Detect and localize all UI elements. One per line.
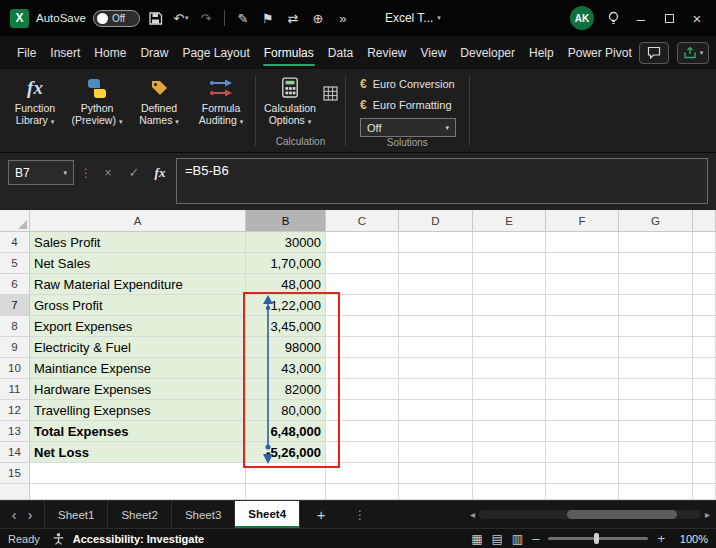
cell-F12[interactable] xyxy=(546,400,619,421)
cell-F8[interactable] xyxy=(546,316,619,337)
menu-item-file[interactable]: File xyxy=(10,36,43,69)
enter-icon[interactable]: ✓ xyxy=(124,160,144,185)
cell-G7[interactable] xyxy=(619,295,693,316)
cell-B12[interactable]: 80,000 xyxy=(246,400,326,421)
cell-E7[interactable] xyxy=(473,295,546,316)
cell-F7[interactable] xyxy=(546,295,619,316)
cell-C15[interactable] xyxy=(326,463,399,484)
row-header-14[interactable]: 14 xyxy=(0,442,30,463)
zoom-out-button[interactable]: – xyxy=(532,531,539,546)
more-commands-icon[interactable]: » xyxy=(334,6,352,30)
cell-A8[interactable]: Export Expenses xyxy=(30,316,246,337)
cell-D10[interactable] xyxy=(399,358,473,379)
menu-item-page-layout[interactable]: Page Layout xyxy=(175,36,256,69)
sheet-nav-left-icon[interactable]: ‹ xyxy=(6,507,22,523)
scroll-left-icon[interactable]: ◂ xyxy=(470,509,475,520)
cell-C4[interactable] xyxy=(326,232,399,253)
cell-G14[interactable] xyxy=(619,442,693,463)
cell-G15[interactable] xyxy=(619,463,693,484)
cell-G12[interactable] xyxy=(619,400,693,421)
name-box-resizer[interactable]: ⋮ xyxy=(80,161,92,186)
menu-item-insert[interactable]: Insert xyxy=(43,36,87,69)
cell-E12[interactable] xyxy=(473,400,546,421)
cell-D9[interactable] xyxy=(399,337,473,358)
menu-item-home[interactable]: Home xyxy=(87,36,133,69)
sheet-tab-sheet2[interactable]: Sheet2 xyxy=(108,501,171,528)
flag-icon[interactable]: ⚑ xyxy=(259,6,277,30)
cell-A5[interactable]: Net Sales xyxy=(30,253,246,274)
euro-mode-dropdown[interactable]: Off ▾ xyxy=(360,118,456,137)
row-header-5[interactable]: 5 xyxy=(0,253,30,274)
cell-C12[interactable] xyxy=(326,400,399,421)
cell-C11[interactable] xyxy=(326,379,399,400)
cell-C7[interactable] xyxy=(326,295,399,316)
cell-C9[interactable] xyxy=(326,337,399,358)
cell-F5[interactable] xyxy=(546,253,619,274)
cell-F9[interactable] xyxy=(546,337,619,358)
cell-D8[interactable] xyxy=(399,316,473,337)
minimize-button[interactable]: – xyxy=(632,6,650,30)
menu-item-draw[interactable]: Draw xyxy=(133,36,175,69)
cell-F4[interactable] xyxy=(546,232,619,253)
cell-B7[interactable]: 1,22,000 xyxy=(246,295,326,316)
share-button[interactable]: ▾ xyxy=(677,42,710,64)
zoom-in-button[interactable]: + xyxy=(657,531,665,546)
row-header-12[interactable]: 12 xyxy=(0,400,30,421)
cell-E9[interactable] xyxy=(473,337,546,358)
cell-D5[interactable] xyxy=(399,253,473,274)
column-header-F[interactable]: F xyxy=(546,210,619,232)
cell-F10[interactable] xyxy=(546,358,619,379)
calculation-options-button[interactable]: Calculation Options ▾ xyxy=(259,72,321,132)
cancel-icon[interactable]: × xyxy=(98,160,118,185)
cell-G8[interactable] xyxy=(619,316,693,337)
cell-B14[interactable]: -5,26,000 xyxy=(246,442,326,463)
cell-E13[interactable] xyxy=(473,421,546,442)
cell-D4[interactable] xyxy=(399,232,473,253)
cell-G5[interactable] xyxy=(619,253,693,274)
undo-icon[interactable]: ↶▾ xyxy=(172,6,190,30)
python-preview-button[interactable]: Python (Preview) ▾ xyxy=(66,72,128,132)
column-header-B[interactable]: B xyxy=(246,210,326,232)
zoom-percentage[interactable]: 100% xyxy=(674,533,708,545)
row-header-11[interactable]: 11 xyxy=(0,379,30,400)
add-command-icon[interactable]: ⊕ xyxy=(309,6,327,30)
normal-view-icon[interactable]: ▦ xyxy=(471,532,482,546)
close-button[interactable]: × xyxy=(688,6,706,30)
cell-E6[interactable] xyxy=(473,274,546,295)
row-header-15[interactable]: 15 xyxy=(0,463,30,484)
cell-B15[interactable] xyxy=(246,463,326,484)
switch-windows-icon[interactable]: ⇄ xyxy=(284,6,302,30)
cell-A12[interactable]: Travelling Exepnses xyxy=(30,400,246,421)
accessibility-status[interactable]: Accessibility: Investigate xyxy=(73,533,204,545)
menu-item-power-pivot[interactable]: Power Pivot xyxy=(561,36,639,69)
excel-logo-icon[interactable]: X xyxy=(10,9,29,28)
page-break-view-icon[interactable]: ▥ xyxy=(512,532,523,546)
scroll-right-icon[interactable]: ▸ xyxy=(705,509,710,520)
cell-G11[interactable] xyxy=(619,379,693,400)
menu-item-review[interactable]: Review xyxy=(360,36,413,69)
cell-E15[interactable] xyxy=(473,463,546,484)
column-header-G[interactable]: G xyxy=(619,210,693,232)
draw-icon[interactable]: ✎ xyxy=(234,6,252,30)
all-sheets-icon[interactable]: ⋮ xyxy=(354,508,366,522)
menu-item-view[interactable]: View xyxy=(414,36,454,69)
zoom-slider[interactable] xyxy=(548,537,648,540)
scroll-thumb[interactable] xyxy=(567,510,677,519)
autosave-toggle[interactable]: Off xyxy=(93,10,140,27)
menu-item-help[interactable]: Help xyxy=(522,36,561,69)
row-header-10[interactable]: 10 xyxy=(0,358,30,379)
cell-E4[interactable] xyxy=(473,232,546,253)
document-title[interactable]: Excel T... ▾ xyxy=(385,11,441,25)
cell-B13[interactable]: 6,48,000 xyxy=(246,421,326,442)
menu-item-formulas[interactable]: Formulas xyxy=(257,36,321,69)
cell-E10[interactable] xyxy=(473,358,546,379)
cell-B10[interactable]: 43,000 xyxy=(246,358,326,379)
row-header-4[interactable]: 4 xyxy=(0,232,30,253)
redo-icon[interactable]: ↷ xyxy=(197,6,215,30)
calculate-sheet-icon[interactable] xyxy=(323,86,338,101)
euro-formatting-button[interactable]: € Euro Formatting xyxy=(357,95,455,114)
sheet-tab-sheet1[interactable]: Sheet1 xyxy=(44,501,108,528)
function-library-button[interactable]: fx Function Library ▾ xyxy=(4,72,66,132)
cell-F14[interactable] xyxy=(546,442,619,463)
cell-A10[interactable]: Maintiance Expense xyxy=(30,358,246,379)
